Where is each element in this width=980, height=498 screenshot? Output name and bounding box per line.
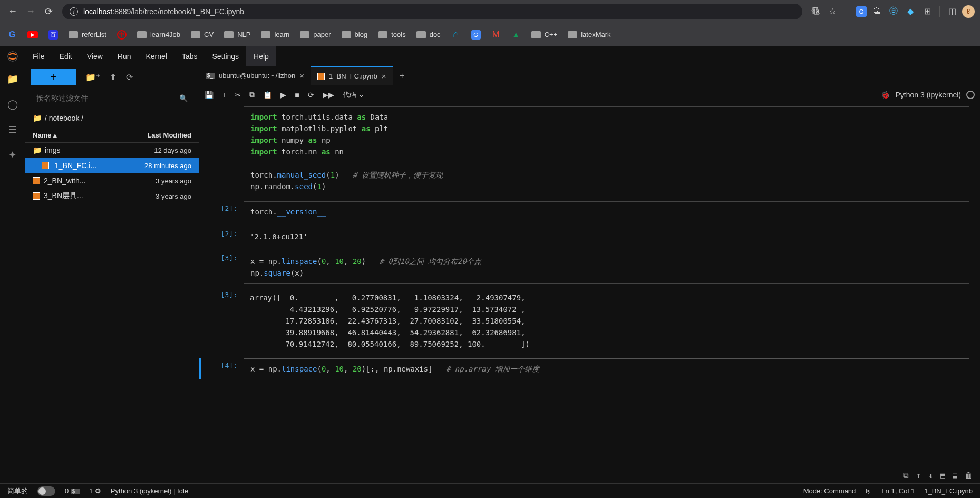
run-all-icon[interactable]: ▶▶ [323,91,334,99]
status-simple[interactable]: 简单的 [7,486,28,496]
running-icon[interactable]: ◯ [6,98,19,111]
menu-edit[interactable]: Edit [52,46,80,66]
address-bar[interactable]: i localhost:8889/lab/tree/notebook/1_BN_… [62,4,802,19]
menu-tabs[interactable]: Tabs [174,46,205,66]
add-cell-icon[interactable]: + [222,91,226,99]
sidepanel-icon[interactable]: ◫ [945,5,959,18]
bm-12306[interactable]: 中 [117,30,127,40]
bookmark-star-icon[interactable]: ☆ [826,5,839,18]
stop-icon[interactable]: ■ [295,91,299,99]
code-cell[interactable]: import torch.utils.data as Data import m… [244,106,969,197]
trust-icon[interactable]: ⛨ [865,487,872,495]
translate-icon[interactable]: ⻱ [809,5,822,18]
upload-icon[interactable]: ⬆ [110,72,117,82]
bm-referlist[interactable]: referList [69,31,106,38]
kernel-status-icon[interactable] [966,91,975,99]
insert-below-icon[interactable]: ⬓ [953,471,957,480]
status-kernel[interactable]: Python 3 (ipykernel) | Idle [111,487,188,495]
file-row-1bn[interactable]: 1_BN_FC.i... 28 minutes ago [25,158,199,173]
copy-icon[interactable]: ⧉ [249,90,255,99]
tab-terminal[interactable]: $_ ubuntu@ubuntu: ~/lizhon × [199,66,311,85]
run-icon[interactable]: ▶ [280,91,286,99]
file-row-3bn[interactable]: 3_BN层具... 3 years ago [25,188,199,204]
status-terminals[interactable]: 0 $_ [65,487,80,495]
cut-icon[interactable]: ✂ [235,91,241,99]
bm-cv[interactable]: CV [191,31,214,38]
code-cell[interactable]: torch.__version__ [244,201,969,222]
new-launcher-button[interactable]: + [31,69,76,85]
file-row-2bn[interactable]: 2_BN_with... 3 years ago [25,173,199,188]
bm-baidu[interactable]: 百 [48,30,58,40]
menu-bar: File Edit View Run Kernel Tabs Settings … [0,46,980,66]
menu-settings[interactable]: Settings [205,46,247,66]
duplicate-icon[interactable]: ⧉ [903,471,909,480]
bug-icon[interactable]: 🐞 [881,91,890,99]
file-filter[interactable]: 🔍 [31,90,193,106]
refresh-icon[interactable]: ⟳ [126,72,133,82]
menu-file[interactable]: File [25,46,52,66]
breadcrumb[interactable]: 📁/ notebook / [25,109,199,128]
col-name[interactable]: Name [33,131,51,139]
celltype-select[interactable]: 代码 ⌄ [343,90,364,100]
code-cell[interactable]: x = np.linspace(0, 10, 20) # 0到10之间 均匀分布… [244,251,969,284]
folder-icon [191,31,200,38]
ext-translate-icon[interactable]: G [856,6,867,17]
tab-notebook[interactable]: 1_BN_FC.ipynb × [311,66,393,85]
ext-ie-icon[interactable]: ⓔ [887,5,900,18]
toc-icon[interactable]: ☰ [6,123,19,136]
terminal-icon: $_ [206,73,215,79]
simple-toggle[interactable] [37,486,55,496]
bm-bilibili[interactable]: ⌂ [451,30,461,40]
back-button[interactable]: ← [5,4,20,19]
notebook-content[interactable]: import torch.utils.data as Data import m… [199,104,980,483]
menu-run[interactable]: Run [110,46,139,66]
restart-icon[interactable]: ⟳ [308,91,314,99]
delete-cell-icon[interactable]: 🗑 [965,471,973,480]
menu-kernel[interactable]: Kernel [138,46,174,66]
bm-google[interactable]: G [7,30,17,40]
close-icon[interactable]: × [382,72,386,81]
file-row-imgs[interactable]: 📁imgs 12 days ago [25,143,199,158]
bm-gmail[interactable]: M [491,30,501,40]
bm-gtranslate[interactable]: G [471,30,481,40]
menu-view[interactable]: View [80,46,110,66]
jupyter-logo[interactable] [0,46,25,66]
status-kernels[interactable]: 1 ⚙ [89,487,101,495]
bm-latexmark[interactable]: latexMark [568,31,610,38]
bm-learn[interactable]: learn [261,31,289,38]
forward-button[interactable]: → [23,4,38,19]
folder-icon [568,31,577,38]
bm-doc[interactable]: doc [416,31,441,38]
bm-paper[interactable]: paper [300,31,331,38]
col-modified[interactable]: Last Modified [123,131,191,139]
add-tab-button[interactable]: + [393,66,411,85]
bm-learn4job[interactable]: learn4Job [137,31,180,38]
bm-cpp[interactable]: C++ [531,31,558,38]
ext-gem-icon[interactable]: ◆ [904,5,917,18]
profile-avatar[interactable]: ℓ [962,5,975,18]
move-down-icon[interactable]: ↓ [928,471,933,480]
kernel-name[interactable]: Python 3 (ipykernel) [895,91,961,99]
insert-above-icon[interactable]: ⬒ [940,471,945,480]
move-up-icon[interactable]: ↑ [916,471,921,480]
paste-icon[interactable]: 📋 [263,91,272,99]
menu-help[interactable]: Help [246,46,276,66]
bm-blog[interactable]: blog [342,31,368,38]
bm-youtube[interactable]: ▶ [27,31,38,38]
code-cell[interactable]: x = np.linspace(0, 10, 20)[:, np.newaxis… [244,358,969,379]
status-bar: 简单的 0 $_ 1 ⚙ Python 3 (ipykernel) | Idle… [0,483,980,498]
reload-button[interactable]: ⟳ [41,4,56,19]
save-icon[interactable]: 💾 [205,91,214,99]
extensions-icon[interactable]: ⊞ [920,5,934,18]
bm-tools[interactable]: tools [378,31,405,38]
bm-gdrive[interactable]: ▲ [511,30,521,40]
site-info-icon[interactable]: i [70,7,78,16]
ext-weather-icon[interactable]: 🌤 [870,5,884,18]
extension-icon[interactable]: ✦ [6,149,19,161]
file-filter-input[interactable] [36,94,175,102]
close-icon[interactable]: × [299,71,304,80]
folder-icon[interactable]: 📁 [6,73,19,85]
new-folder-icon[interactable]: 📁⁺ [85,72,100,82]
search-icon: 🔍 [179,94,188,102]
bm-nlp[interactable]: NLP [224,31,250,38]
